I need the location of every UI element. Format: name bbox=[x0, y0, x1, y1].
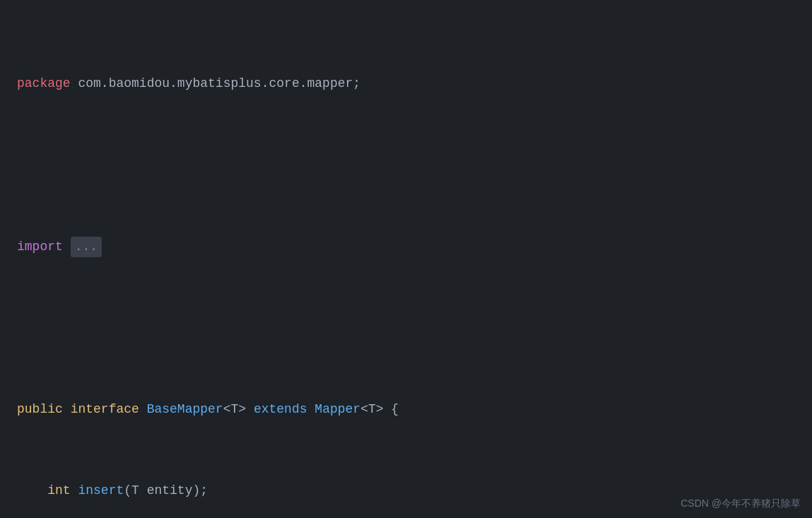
package-line: package com.baomidou.mybatisplus.core.ma… bbox=[17, 73, 795, 94]
empty-line-2 bbox=[17, 318, 795, 339]
line-insert: int insert(T entity); bbox=[17, 481, 795, 501]
watermark: CSDN @今年不养猪只除草 bbox=[681, 495, 801, 511]
class-declaration: public interface BaseMapper<T> extends M… bbox=[17, 399, 795, 420]
code-block: package com.baomidou.mybatisplus.core.ma… bbox=[0, 0, 812, 518]
empty-line-1 bbox=[17, 155, 795, 176]
import-ellipsis: ... bbox=[71, 237, 102, 257]
import-line: import ... bbox=[17, 237, 795, 257]
